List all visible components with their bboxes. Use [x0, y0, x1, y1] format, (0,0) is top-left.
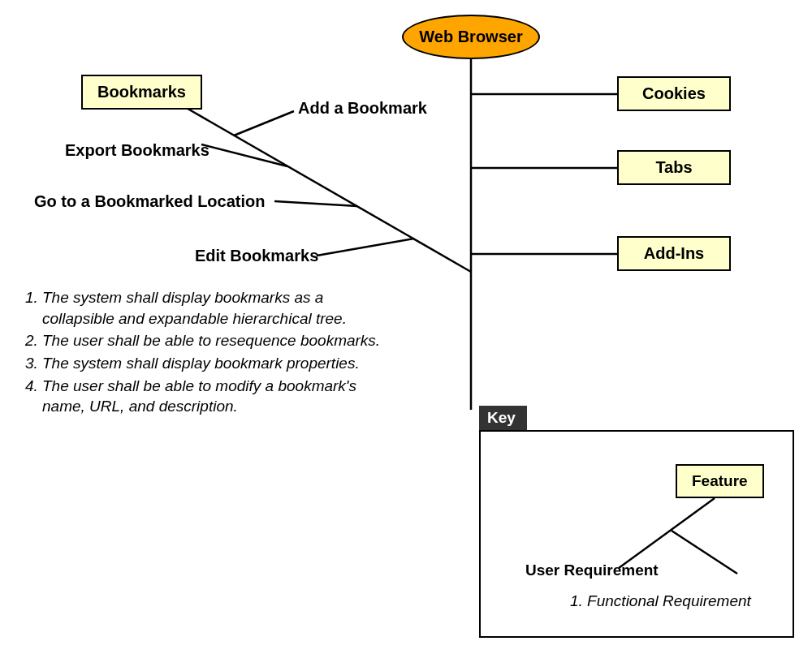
- branch-go-bookmarked: Go to a Bookmarked Location: [34, 192, 265, 211]
- feature-bookmarks-label: Bookmarks: [97, 83, 186, 101]
- requirement-item: The system shall display bookmark proper…: [42, 353, 398, 374]
- svg-line-7: [274, 201, 357, 206]
- requirement-item: The system shall display bookmarks as a …: [42, 287, 398, 329]
- feature-cookies: Cookies: [617, 76, 731, 111]
- feature-addins: Add-Ins: [617, 236, 731, 271]
- feature-cookies-label: Cookies: [642, 84, 706, 103]
- requirement-item: The user shall be able to resequence boo…: [42, 330, 398, 351]
- branch-edit-bookmarks: Edit Bookmarks: [195, 247, 318, 265]
- svg-line-6: [201, 144, 287, 166]
- key-user-requirement: User Requirement: [525, 561, 659, 579]
- requirements-list: The system shall display bookmarks as a …: [24, 287, 398, 419]
- branch-export-bookmarks: Export Bookmarks: [65, 141, 209, 160]
- feature-tabs: Tabs: [617, 150, 731, 185]
- requirement-item: The user shall be able to modify a bookm…: [42, 376, 398, 417]
- feature-addins-label: Add-Ins: [644, 244, 704, 263]
- root-label: Web Browser: [419, 28, 522, 46]
- branch-add-bookmark: Add a Bookmark: [298, 99, 427, 118]
- key-functional-requirement: 1. Functional Requirement: [570, 592, 751, 610]
- feature-tabs-label: Tabs: [655, 158, 692, 177]
- svg-line-8: [317, 239, 414, 256]
- root-node: Web Browser: [402, 15, 540, 59]
- svg-line-5: [234, 111, 294, 136]
- key-feature-node: Feature: [676, 464, 764, 498]
- key-panel: Key Feature User Requirement 1. Function…: [479, 430, 794, 638]
- feature-bookmarks: Bookmarks: [81, 75, 202, 110]
- svg-line-9: [619, 498, 715, 568]
- svg-line-10: [672, 531, 737, 574]
- key-title: Key: [479, 406, 527, 430]
